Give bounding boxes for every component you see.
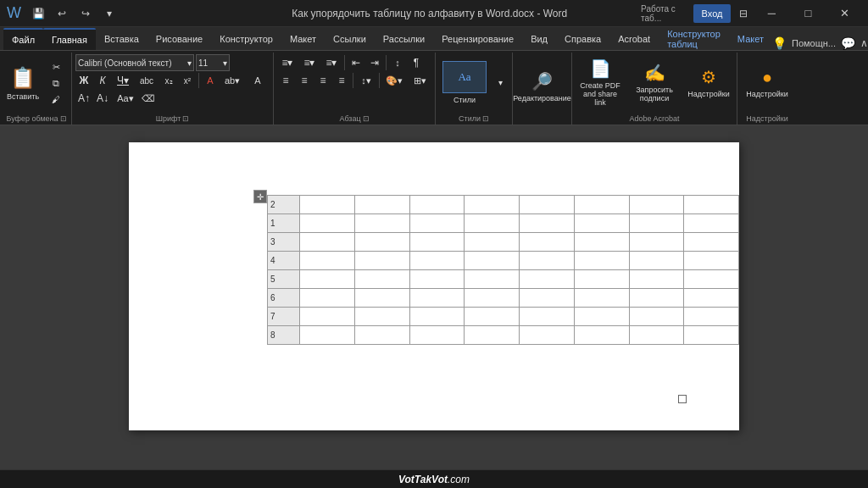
row-header-cell[interactable]: 1 <box>268 214 300 233</box>
table-cell[interactable] <box>465 308 520 326</box>
table-cell[interactable] <box>354 308 409 326</box>
request-sign-button[interactable]: ✍ Запроситьподписи <box>630 56 679 108</box>
table-cell[interactable] <box>300 326 355 345</box>
table-cell[interactable] <box>684 214 739 233</box>
text-effects-button[interactable]: A <box>202 72 219 89</box>
table-cell[interactable] <box>354 233 409 252</box>
table-row[interactable]: 1 <box>268 214 739 233</box>
cut-button[interactable]: ✂ <box>44 60 68 75</box>
table-cell[interactable] <box>574 308 629 326</box>
table-cell[interactable] <box>409 233 465 252</box>
table-cell[interactable] <box>684 196 739 214</box>
table-row[interactable]: 7 <box>268 308 739 326</box>
tab-references[interactable]: Макет <box>281 28 325 50</box>
italic-button[interactable]: К <box>94 72 111 89</box>
paragraph-expand-icon[interactable]: ⊡ <box>363 114 370 123</box>
font-color-button[interactable]: A <box>246 72 270 89</box>
tab-table-design[interactable]: Конструктор таблиц <box>659 28 729 50</box>
table-cell[interactable] <box>520 233 575 252</box>
help-label[interactable]: Помощн... <box>792 38 836 48</box>
table-cell[interactable] <box>354 252 409 270</box>
table-cell[interactable] <box>300 308 355 326</box>
table-cell[interactable] <box>684 233 739 252</box>
comment-icon[interactable]: 💬 <box>841 36 855 50</box>
table-cell[interactable] <box>520 326 575 345</box>
styles-button[interactable]: Аа Стили <box>439 57 490 109</box>
table-cell[interactable] <box>574 289 629 308</box>
increase-font-button[interactable]: A↑ <box>75 90 92 107</box>
table-cell[interactable] <box>520 214 575 233</box>
bold-button[interactable]: Ж <box>75 72 92 89</box>
table-cell[interactable] <box>574 214 629 233</box>
table-cell[interactable] <box>354 289 409 308</box>
show-marks-button[interactable]: ¶ <box>408 54 425 71</box>
decrease-font-button[interactable]: A↓ <box>94 90 111 107</box>
line-spacing-button[interactable]: ↕▾ <box>356 72 376 89</box>
table-cell[interactable] <box>300 214 355 233</box>
table-row[interactable]: 8 <box>268 326 739 345</box>
table-cell[interactable] <box>409 214 465 233</box>
align-right-button[interactable]: ≡ <box>314 72 331 89</box>
table-cell[interactable] <box>465 233 520 252</box>
strikethrough-button[interactable]: abc <box>135 72 159 89</box>
table-cell[interactable] <box>300 289 355 308</box>
table-cell[interactable] <box>574 270 629 289</box>
tab-insert[interactable]: Главная <box>43 28 96 50</box>
shading-button[interactable]: 🎨▾ <box>382 72 406 89</box>
table-cell[interactable] <box>629 289 684 308</box>
font-expand-icon[interactable]: ⊡ <box>182 114 189 123</box>
table-row[interactable]: 6 <box>268 289 739 308</box>
table-cell[interactable] <box>684 289 739 308</box>
table-cell[interactable] <box>409 308 465 326</box>
table-cell[interactable] <box>684 252 739 270</box>
font-name-dropdown[interactable]: Calibri (Основной текст) ▾ <box>75 54 194 71</box>
table-cell[interactable] <box>465 326 520 345</box>
table-cell[interactable] <box>354 270 409 289</box>
clear-format-button[interactable]: ⌫ <box>140 90 157 107</box>
table-cell[interactable] <box>520 270 575 289</box>
tab-layout[interactable]: Конструктор <box>211 28 281 50</box>
redo-quick-btn[interactable]: ↪ <box>75 3 96 24</box>
outdent-button[interactable]: ⇤ <box>348 54 364 71</box>
align-center-button[interactable]: ≡ <box>296 72 313 89</box>
highlight-button[interactable]: ab▾ <box>220 72 244 89</box>
editing-button[interactable]: 🔎 Редактирование <box>519 61 566 114</box>
tab-acrobat[interactable]: Справка <box>556 28 609 50</box>
table-cell[interactable] <box>354 326 409 345</box>
table-cell[interactable] <box>409 270 465 289</box>
copy-button[interactable]: ⧉ <box>44 76 68 92</box>
table-cell[interactable] <box>574 326 629 345</box>
tab-table-layout[interactable]: Макет <box>729 28 772 50</box>
nadstroiki-button[interactable]: ● Надстройки <box>743 57 792 109</box>
styles-expand-icon[interactable]: ⊡ <box>482 114 489 123</box>
table-cell[interactable] <box>465 270 520 289</box>
row-header-cell[interactable]: 3 <box>268 233 300 252</box>
row-header-cell[interactable]: 7 <box>268 308 300 326</box>
customize-quick-btn[interactable]: ▾ <box>99 3 120 24</box>
close-button[interactable]: ✕ <box>828 2 861 25</box>
table-cell[interactable] <box>684 270 739 289</box>
table-cell[interactable] <box>409 326 465 345</box>
row-header-cell[interactable]: 6 <box>268 289 300 308</box>
table-move-handle[interactable]: ✛ <box>253 190 267 203</box>
table-cell[interactable] <box>629 196 684 214</box>
indent-button[interactable]: ⇥ <box>366 54 383 71</box>
row-header-cell[interactable]: 4 <box>268 252 300 270</box>
table-cell[interactable] <box>629 270 684 289</box>
table-cell[interactable] <box>300 233 355 252</box>
collapse-ribbon-btn[interactable]: ∧ <box>860 37 868 49</box>
document-page[interactable]: ✛ 21345678 <box>129 142 739 430</box>
table-cell[interactable] <box>465 214 520 233</box>
change-case-button[interactable]: Aa▾ <box>113 90 138 107</box>
tab-review[interactable]: Рассылки <box>375 28 433 50</box>
numbering-button[interactable]: ≡▾ <box>299 54 320 71</box>
table-cell[interactable] <box>300 252 355 270</box>
table-cell[interactable] <box>465 252 520 270</box>
subscript-button[interactable]: x₂ <box>160 72 177 89</box>
paste-button[interactable]: 📋 Вставить <box>5 59 41 108</box>
ribbon-display-btn[interactable]: ⊟ <box>734 3 751 24</box>
underline-button[interactable]: Ч▾ <box>113 72 133 89</box>
table-row[interactable]: 5 <box>268 270 739 289</box>
restore-button[interactable]: □ <box>792 2 825 25</box>
borders-button[interactable]: ⊞▾ <box>408 72 431 89</box>
